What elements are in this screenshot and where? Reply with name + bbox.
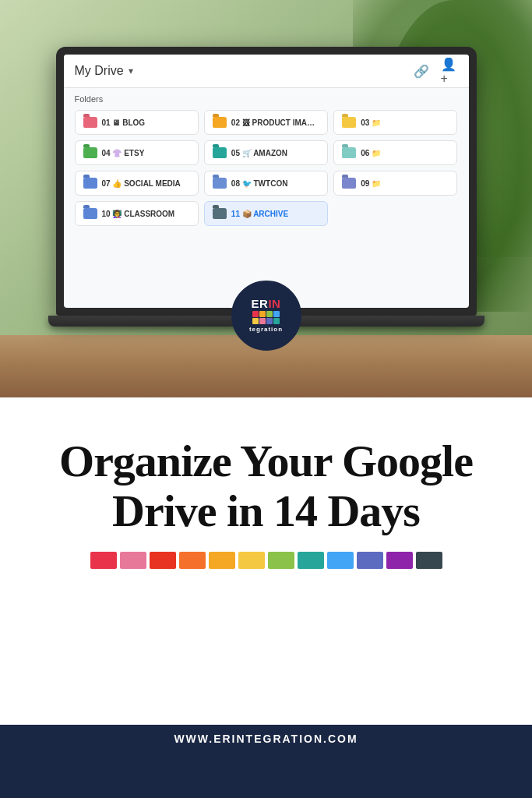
folder-item-social-media[interactable]: 07 👍 SOCIAL MEDIA: [75, 171, 199, 196]
color-square-12: [416, 552, 442, 569]
laptop-screen-body: My Drive ▾ 🔗 👤+ Folders: [56, 47, 477, 316]
folder-item-blog[interactable]: 01 🖥 BLOG: [75, 110, 199, 135]
drive-dropdown-arrow: ▾: [129, 65, 133, 76]
folder-icon-teal: [213, 147, 227, 158]
folder-item-amazon[interactable]: 05 🛒 AMAZON: [204, 140, 328, 165]
drive-title-text: My Drive: [75, 64, 124, 78]
pixel-6: [259, 318, 266, 324]
pixel-7: [266, 318, 273, 324]
badge-tegration-text: tegration: [249, 326, 283, 334]
pixel-4: [273, 311, 280, 317]
drive-header: My Drive ▾ 🔗 👤+: [64, 55, 469, 88]
folder-icon-dark: [213, 208, 227, 219]
folder-icon-green: [83, 147, 97, 158]
folder-item-empty: [333, 201, 457, 226]
top-section: My Drive ▾ 🔗 👤+ Folders: [0, 0, 532, 397]
footer: WWW.ERINTEGRATION.COM: [0, 725, 532, 753]
folder-label-archive: 11 📦 ARCHIVE: [231, 210, 288, 218]
laptop-screen: My Drive ▾ 🔗 👤+ Folders: [64, 55, 469, 308]
folder-icon-purple-blue: [342, 178, 356, 189]
folder-icon-orange: [213, 117, 227, 128]
color-square-2: [120, 552, 146, 569]
folders-label: Folders: [75, 94, 458, 104]
erintegration-badge[interactable]: ERIN tegration: [231, 281, 301, 351]
link-icon[interactable]: 🔗: [413, 62, 430, 79]
folder-icon-light-blue: [342, 147, 356, 158]
color-square-4: [179, 552, 206, 569]
color-bar: [23, 552, 509, 569]
folder-item-classroom[interactable]: 10 👩‍🏫 CLASSROOM: [75, 201, 199, 226]
folder-item-product-images[interactable]: 02 🖼 PRODUCT IMAGES: [204, 110, 328, 135]
pixel-8: [273, 318, 280, 324]
badge-in: IN: [268, 297, 280, 310]
drive-title[interactable]: My Drive ▾: [75, 64, 133, 78]
color-square-10: [357, 552, 383, 569]
folder-label-amazon: 05 🛒 AMAZON: [231, 149, 287, 157]
folder-item-03[interactable]: 03 📁: [333, 110, 457, 135]
badge-er: ER: [252, 297, 269, 310]
footer-url: WWW.ERINTEGRATION.COM: [174, 733, 358, 745]
drive-action-icons: 🔗 👤+: [413, 62, 458, 79]
badge-pixel-grid: [252, 311, 280, 324]
badge-logo-text: ERIN: [252, 298, 281, 309]
bottom-section: Organize Your Google Drive in 14 Days: [0, 397, 532, 725]
add-person-icon[interactable]: 👤+: [441, 62, 458, 79]
folder-icon-med-blue: [213, 178, 227, 189]
pixel-2: [259, 311, 266, 317]
pixel-1: [252, 311, 259, 317]
folder-label-twtcon: 08 🐦 TWTCON: [231, 179, 288, 188]
folder-label-03: 03 📁: [361, 118, 381, 127]
folder-icon-yellow: [342, 117, 356, 128]
folders-grid: 01 🖥 BLOG 02 🖼 PRODUCT IMAGES 03 📁: [75, 110, 458, 226]
folder-label-etsy: 04 👚 ETSY: [102, 149, 145, 157]
color-square-9: [327, 552, 354, 569]
folder-item-etsy[interactable]: 04 👚 ETSY: [75, 140, 199, 165]
color-square-11: [386, 552, 413, 569]
folder-item-09[interactable]: 09 📁: [333, 171, 457, 196]
color-square-1: [90, 552, 117, 569]
pixel-5: [252, 318, 259, 324]
main-title: Organize Your Google Drive in 14 Days: [23, 436, 509, 536]
color-square-7: [268, 552, 294, 569]
pixel-3: [266, 311, 273, 317]
folder-label-06: 06 📁: [361, 149, 381, 157]
drive-body: Folders 01 🖥 BLOG 02 🖼 PRODUCT IMAGES: [64, 88, 469, 232]
folder-label-blog: 01 🖥 BLOG: [102, 118, 146, 127]
laptop-mockup: My Drive ▾ 🔗 👤+ Folders: [56, 47, 477, 327]
folder-item-06[interactable]: 06 📁: [333, 140, 457, 165]
badge-inner: ERIN tegration: [234, 284, 298, 348]
color-square-5: [209, 552, 235, 569]
folder-label-product-images: 02 🖼 PRODUCT IMAGES: [231, 118, 319, 127]
color-square-6: [238, 552, 265, 569]
folder-icon-pink: [83, 117, 97, 128]
folder-item-archive[interactable]: 11 📦 ARCHIVE: [204, 201, 328, 226]
folder-label-social-media: 07 👍 SOCIAL MEDIA: [102, 179, 181, 188]
color-square-3: [150, 552, 176, 569]
folder-icon-blue-2: [83, 208, 97, 219]
color-square-8: [298, 552, 324, 569]
folder-icon-blue: [83, 178, 97, 189]
folder-label-classroom: 10 👩‍🏫 CLASSROOM: [102, 210, 175, 218]
folder-item-twtcon[interactable]: 08 🐦 TWTCON: [204, 171, 328, 196]
folder-label-09: 09 📁: [361, 179, 381, 188]
